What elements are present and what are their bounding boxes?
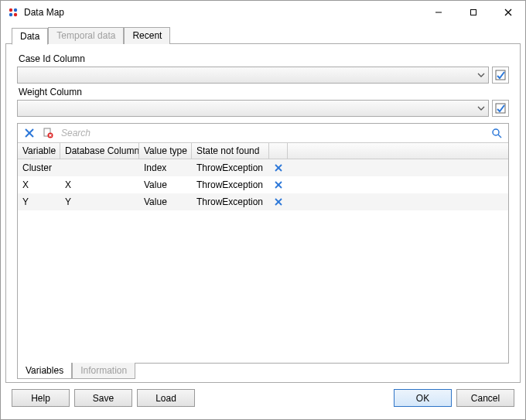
x-icon	[275, 164, 282, 172]
weight-row	[17, 100, 509, 117]
spacer	[200, 389, 389, 407]
grid-frame: Variable Database Column Value type Stat…	[17, 123, 509, 364]
table-row[interactable]: YYValueThrowException	[18, 193, 508, 210]
titlebar: Data Map	[1, 1, 525, 24]
cell-value-type: Index	[139, 161, 192, 175]
row-delete-button[interactable]	[269, 198, 288, 206]
cancel-button[interactable]: Cancel	[456, 389, 514, 407]
col-header-variable[interactable]: Variable	[18, 143, 60, 159]
search-input[interactable]	[60, 127, 485, 139]
svg-point-1	[14, 9, 17, 12]
cell-database-column: Y	[60, 195, 139, 209]
checkbox-check-icon	[495, 103, 506, 114]
search-icon	[491, 128, 502, 138]
cell-state-not-found: ThrowException	[192, 195, 269, 209]
tab-variables[interactable]: Variables	[17, 363, 72, 379]
cell-variable: X	[18, 178, 60, 192]
weight-checkbox-button[interactable]	[492, 100, 509, 117]
cell-variable: Cluster	[18, 161, 60, 175]
table-row[interactable]: ClusterIndexThrowException	[18, 159, 508, 176]
grid-toolbar	[18, 124, 508, 142]
tab-page-data: Case Id Column Weight Column	[5, 43, 521, 383]
cell-variable: Y	[18, 195, 60, 209]
svg-point-2	[9, 13, 12, 16]
clear-doc-icon	[43, 128, 53, 138]
x-icon	[275, 181, 282, 189]
weight-label: Weight Column	[19, 87, 507, 97]
case-id-label: Case Id Column	[19, 53, 507, 64]
svg-point-3	[14, 13, 17, 16]
save-button[interactable]: Save	[74, 389, 132, 407]
col-header-spacer	[288, 143, 508, 159]
cell-value-type: Value	[139, 178, 192, 192]
svg-point-16	[493, 129, 499, 135]
weight-dropdown[interactable]	[17, 100, 489, 117]
tabs-bottom: Variables Information	[17, 363, 509, 379]
col-header-state-not-found[interactable]: State not found	[192, 143, 269, 159]
search-button[interactable]	[490, 126, 504, 140]
col-header-actions	[269, 143, 288, 159]
help-button[interactable]: Help	[12, 389, 70, 407]
app-icon	[7, 6, 19, 19]
ok-button[interactable]: OK	[394, 389, 452, 407]
grid-header: Variable Database Column Value type Stat…	[18, 142, 508, 159]
delete-button[interactable]	[22, 126, 36, 140]
window-title: Data Map	[24, 7, 421, 18]
x-icon	[25, 128, 34, 138]
grid-body[interactable]: ClusterIndexThrowExceptionXXValueThrowEx…	[18, 159, 508, 363]
cell-database-column	[60, 166, 139, 169]
tab-temporal-data[interactable]: Temporal data	[48, 27, 124, 44]
tabs-top: Data Temporal data Recent	[12, 27, 521, 44]
tab-recent[interactable]: Recent	[124, 27, 170, 44]
cell-value-type: Value	[139, 195, 192, 209]
svg-rect-5	[470, 10, 476, 15]
app-window: Data Map Data Temporal data Recent Case …	[0, 0, 526, 420]
tab-data[interactable]: Data	[12, 28, 48, 45]
maximize-button[interactable]	[456, 1, 490, 24]
minimize-button[interactable]	[421, 1, 456, 24]
client-area: Data Temporal data Recent Case Id Column…	[1, 24, 525, 419]
svg-line-17	[498, 135, 501, 138]
row-delete-button[interactable]	[269, 164, 288, 172]
load-button[interactable]: Load	[137, 389, 195, 407]
case-id-dropdown[interactable]	[17, 67, 489, 84]
cell-state-not-found: ThrowException	[192, 178, 269, 192]
button-bar: Help Save Load OK Cancel	[5, 383, 521, 415]
cell-database-column: X	[60, 178, 139, 192]
cell-state-not-found: ThrowException	[192, 161, 269, 175]
clear-button[interactable]	[41, 126, 55, 140]
x-icon	[275, 198, 282, 206]
case-id-checkbox-button[interactable]	[492, 67, 509, 84]
chevron-down-icon	[477, 104, 485, 112]
chevron-down-icon	[477, 71, 485, 79]
svg-point-0	[9, 9, 12, 12]
close-button[interactable]	[490, 1, 525, 24]
window-controls	[421, 1, 525, 24]
col-header-database-column[interactable]: Database Column	[60, 143, 139, 159]
case-id-row	[17, 67, 509, 84]
checkbox-check-icon	[495, 70, 506, 80]
row-delete-button[interactable]	[269, 181, 288, 189]
col-header-value-type[interactable]: Value type	[139, 143, 192, 159]
table-row[interactable]: XXValueThrowException	[18, 176, 508, 193]
tab-information[interactable]: Information	[72, 363, 135, 379]
